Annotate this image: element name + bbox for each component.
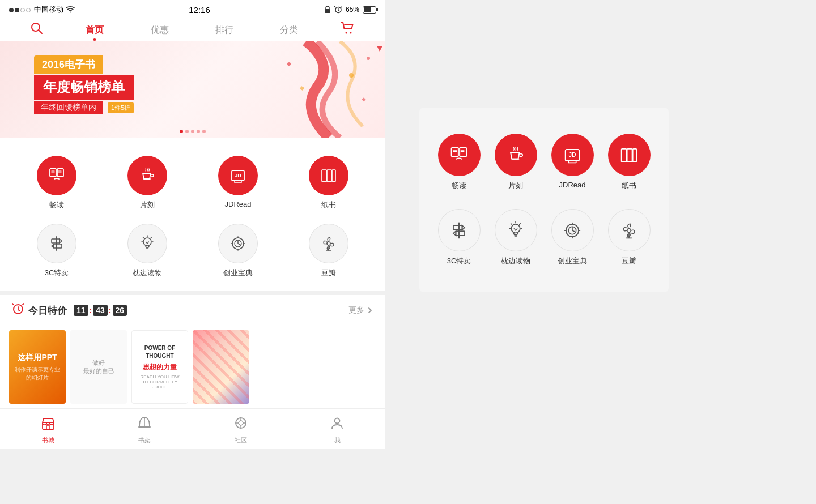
more-link[interactable]: 更多 [348, 305, 374, 315]
svg-rect-39 [460, 147, 466, 156]
right-icon-douban[interactable]: 豆瓣 [601, 200, 657, 275]
tab-community[interactable]: 社区 [224, 413, 257, 447]
icon-label-pillow: 枕边读物 [133, 268, 162, 278]
icon-circle-startup [218, 224, 258, 263]
nav-bar: 首页 优惠 排行 分类 [0, 17, 385, 41]
nav-category[interactable]: 分类 [275, 22, 303, 39]
battery-icon [363, 6, 376, 14]
banner-title: 年度畅销榜单 [34, 75, 134, 100]
icon-changdu[interactable]: 畅读 [11, 149, 102, 217]
timer-seconds: 26 [113, 305, 128, 316]
svg-rect-44 [633, 148, 637, 161]
icon-circle-pike [128, 156, 167, 195]
svg-rect-42 [622, 148, 627, 161]
right-icon-pillow[interactable]: 枕边读物 [487, 200, 544, 275]
svg-rect-12 [50, 169, 56, 177]
right-icon-pike[interactable]: 片刻 [487, 125, 544, 200]
icon-pillow[interactable]: 枕边读物 [102, 217, 193, 285]
svg-point-50 [511, 224, 520, 233]
svg-rect-0 [325, 9, 330, 13]
tab-profile[interactable]: 我 [321, 413, 354, 447]
right-icon-circle-jdread: JD [551, 134, 594, 176]
today-alarm-icon [11, 302, 25, 319]
banner-badge: 1件5折 [108, 102, 134, 113]
book-icon [46, 165, 67, 186]
banner-subtitle: 年终回馈榜单内 [34, 101, 103, 114]
nav-deals[interactable]: 优惠 [146, 22, 173, 39]
right-icon-circle-changdu [438, 134, 481, 176]
right-icon-label-changdu: 畅读 [452, 181, 466, 191]
right-icon-circle-pillow [495, 209, 537, 251]
svg-rect-20 [52, 239, 60, 243]
tab-bar: 书城 书架 [0, 408, 385, 449]
right-icon-startup[interactable]: 创业宝典 [544, 200, 601, 275]
right-icon-zishu[interactable]: 纸书 [601, 125, 657, 200]
book-cover-4[interactable] [193, 330, 249, 404]
tab-label-community: 社区 [235, 436, 247, 445]
right-signpost-icon [448, 219, 470, 242]
right-panel: 畅读 片刻 JD [419, 108, 669, 292]
tab-store[interactable]: 书城 [32, 413, 65, 447]
signpost-icon [46, 233, 67, 254]
right-icon-label-3c: 3C特卖 [447, 256, 471, 266]
svg-point-32 [239, 421, 243, 425]
icon-jdread[interactable]: JD JDRead [193, 149, 283, 217]
right-bulb-icon [504, 219, 527, 242]
right-icon-label-jdread: JDRead [559, 181, 586, 189]
banner[interactable]: 2016电子书 年度畅销榜单 年终回馈榜单内 1件5折 [0, 41, 385, 138]
banner-dot-2[interactable] [185, 130, 189, 133]
icon-douban[interactable]: 豆瓣 [283, 217, 374, 285]
right-icon-jdread[interactable]: JD JDRead [544, 125, 601, 200]
store-icon [41, 416, 56, 434]
icon-circle-3c [37, 224, 76, 263]
right-book-icon [448, 144, 470, 166]
cart-button[interactable] [341, 22, 355, 39]
icon-label-3c: 3C特卖 [45, 268, 69, 278]
banner-dot-4[interactable] [197, 130, 200, 133]
battery-percent: 65% [346, 6, 359, 14]
clock: 12:16 [189, 5, 210, 15]
right-icon-changdu[interactable]: 畅读 [431, 125, 487, 200]
search-button[interactable] [30, 22, 44, 39]
signal-dots [9, 6, 32, 14]
icon-zishu[interactable]: 纸书 [283, 149, 374, 217]
timer-colon-2: : [109, 306, 112, 315]
nav-ranking[interactable]: 排行 [211, 22, 238, 39]
banner-content: 2016电子书 年度畅销榜单 年终回馈榜单内 1件5折 [34, 55, 134, 114]
banner-dot-5[interactable] [202, 130, 206, 133]
banner-dot-1[interactable] [180, 130, 183, 133]
svg-point-4 [345, 32, 347, 34]
wifi-icon [66, 6, 75, 14]
svg-marker-49 [453, 231, 456, 236]
status-left: 中国移动 [9, 5, 75, 15]
svg-text:JD: JD [235, 173, 241, 178]
nav-home[interactable]: 首页 [81, 22, 108, 39]
icon-3c[interactable]: 3C特卖 [11, 217, 102, 285]
svg-rect-46 [453, 225, 462, 230]
bulb-icon [137, 233, 158, 254]
icon-pike[interactable]: 片刻 [102, 149, 193, 217]
right-icon-circle-startup [551, 209, 594, 251]
right-icon-3c[interactable]: 3C特卖 [431, 200, 487, 275]
lock-icon [324, 6, 331, 14]
special-title: 今日特价 [28, 304, 67, 317]
svg-point-7 [349, 73, 354, 78]
bookshelf-icon [137, 416, 152, 434]
right-icon-label-startup: 创业宝典 [558, 256, 587, 266]
timer-colon-1: : [90, 306, 92, 315]
svg-point-24 [143, 238, 151, 246]
ribbon-decoration [261, 41, 385, 138]
book-list: 这样用PPT 制作开演示更专业的幻灯片 做好最好的自己 POWER OF THO… [0, 326, 385, 408]
svg-point-6 [287, 62, 291, 66]
book-cover-2[interactable]: 做好最好的自己 [70, 330, 127, 404]
book-cover-1[interactable]: 这样用PPT 制作开演示更专业的幻灯片 [9, 330, 66, 404]
book-cover-3[interactable]: POWER OF THOUGHT 思想的力量 REACH YOU HOW TO … [131, 330, 188, 404]
icon-startup[interactable]: 创业宝典 [193, 217, 283, 285]
fan-icon [318, 233, 339, 254]
right-icon-circle-douban [608, 209, 651, 251]
tab-shelf[interactable]: 书架 [128, 413, 161, 447]
banner-dot-3[interactable] [191, 130, 194, 133]
battery-fill [364, 7, 371, 12]
icon-label-douban: 豆瓣 [321, 268, 336, 278]
chevron-right-icon [366, 306, 374, 314]
